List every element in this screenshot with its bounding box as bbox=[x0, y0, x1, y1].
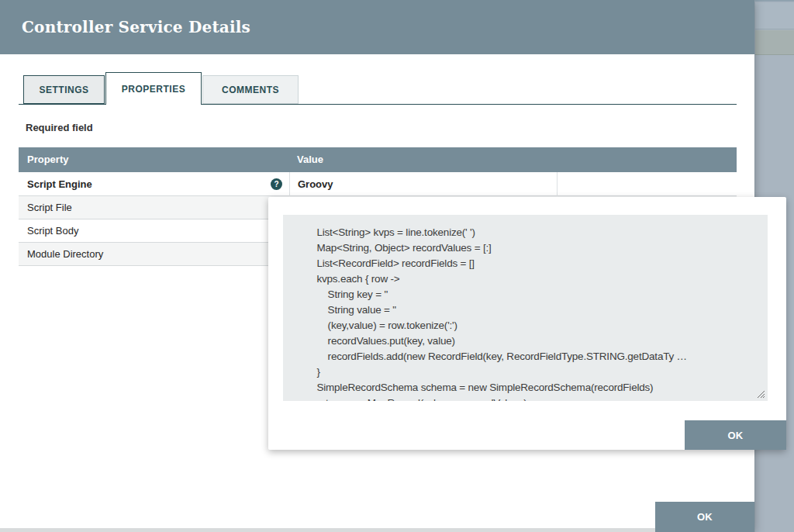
code-editor-area[interactable]: List<String> kvps = line.tokenize(' ') M… bbox=[283, 215, 768, 401]
property-name: Module Directory bbox=[27, 243, 103, 265]
tab-properties-label: PROPERTIES bbox=[122, 84, 185, 95]
column-header-property: Property bbox=[27, 147, 68, 172]
background-row-segment bbox=[755, 30, 794, 55]
required-field-label: Required field bbox=[26, 122, 93, 133]
dialog-ok-button[interactable]: OK bbox=[655, 502, 754, 532]
column-divider bbox=[557, 172, 558, 196]
tab-comments-label: COMMENTS bbox=[222, 85, 279, 95]
tab-comments[interactable]: COMMENTS bbox=[202, 75, 299, 104]
table-row-script-engine[interactable]: Script Engine ? Groovy bbox=[19, 172, 737, 196]
help-icon[interactable]: ? bbox=[271, 178, 282, 190]
property-name: Script File bbox=[27, 196, 72, 219]
background-row-segment bbox=[755, 3, 794, 29]
property-value: Groovy bbox=[298, 172, 333, 195]
tab-settings-label: SETTINGS bbox=[39, 85, 88, 95]
screen: Controller Service Details SETTINGS PROP… bbox=[0, 0, 794, 532]
value-editor-popup: List<String> kvps = line.tokenize(' ') M… bbox=[268, 197, 786, 450]
dialog-header: Controller Service Details bbox=[0, 0, 754, 54]
property-name: Script Engine bbox=[27, 172, 92, 195]
column-header-value: Value bbox=[297, 147, 323, 172]
popup-ok-button[interactable]: OK bbox=[685, 420, 786, 450]
resize-grip-icon[interactable] bbox=[755, 389, 765, 399]
tab-properties[interactable]: PROPERTIES bbox=[105, 72, 202, 105]
dialog-title: Controller Service Details bbox=[22, 18, 250, 36]
code-editor-text: List<String> kvps = line.tokenize(' ') M… bbox=[283, 215, 768, 401]
properties-table-header: Property Value bbox=[19, 147, 737, 172]
column-divider bbox=[289, 172, 290, 196]
tab-settings[interactable]: SETTINGS bbox=[23, 75, 105, 104]
dialog-bottom-edge bbox=[0, 528, 754, 532]
property-name: Script Body bbox=[27, 219, 78, 242]
